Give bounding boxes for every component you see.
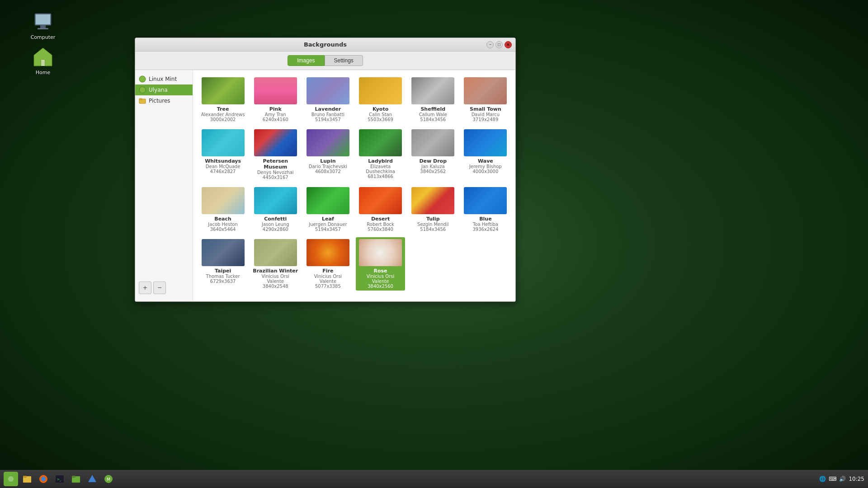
image-size-smalltown: 3719x2489	[472, 117, 498, 122]
image-size-ladybird: 6813x4866	[368, 174, 393, 179]
sidebar-item-linux-mint[interactable]: Linux Mint	[135, 74, 193, 84]
svg-text:>_: >_	[57, 478, 61, 481]
tab-images[interactable]: Images	[288, 55, 324, 66]
home-icon-label: Home	[36, 70, 50, 75]
image-thumb-beach	[202, 187, 245, 214]
svg-rect-3	[38, 28, 48, 29]
sidebar-item-ulyana[interactable]: Ulyana	[135, 84, 193, 95]
image-thumb-fire	[307, 239, 349, 266]
desktop-icon-home[interactable]: Home	[25, 44, 61, 77]
image-author-tree: Alexander Andrews	[201, 112, 245, 117]
taskbar-mint-menu[interactable]	[4, 472, 18, 486]
taskbar-terminal[interactable]: >_	[52, 472, 67, 486]
close-button[interactable]: ✕	[505, 41, 512, 48]
image-name-whitsundays: Whitsundays	[205, 158, 241, 164]
image-thumb-blue	[464, 187, 507, 214]
taskbar-files[interactable]	[20, 472, 34, 486]
image-name-wave: Wave	[478, 158, 493, 164]
svg-point-11	[8, 476, 14, 482]
tab-settings[interactable]: Settings	[325, 55, 363, 66]
image-author-blue: Toa Heftiba	[473, 222, 498, 227]
image-thumb-pink	[254, 77, 297, 104]
image-item-kyoto[interactable]: KyotoCalin Stan5503x3669	[356, 75, 405, 124]
home-icon	[32, 46, 54, 68]
taskbar-firefox[interactable]	[36, 472, 51, 486]
image-item-sheffield[interactable]: SheffieldCallum Wale5184x3456	[409, 75, 458, 124]
image-author-confetti: Jason Leung	[262, 222, 289, 227]
image-size-fire: 5077x3385	[315, 284, 341, 289]
image-name-confetti: Confetti	[264, 216, 287, 222]
image-author-beach: Jacob Heston	[208, 222, 237, 227]
image-author-desert: Robert Bock	[367, 222, 394, 227]
sidebar-item-pictures[interactable]: Pictures	[135, 95, 193, 106]
image-author-pink: Amy Tran	[265, 112, 286, 117]
taskbar-files2[interactable]	[69, 472, 83, 486]
image-size-rose: 3840x2560	[368, 284, 393, 289]
computer-icon-label: Computer	[31, 34, 56, 40]
image-item-tree[interactable]: TreeAlexander Andrews3000x2002	[198, 75, 247, 124]
image-size-sheffield: 5184x3456	[420, 117, 446, 122]
image-item-desert[interactable]: DesertRobert Bock5760x3840	[356, 185, 405, 234]
desktop: Computer Home Backgrounds － □ ✕ Images S…	[0, 0, 868, 488]
image-author-fire: Vinicius Orsi Valente	[305, 274, 350, 284]
image-item-pink[interactable]: PinkAmy Tran6240x4160	[251, 75, 300, 124]
image-item-lavender[interactable]: LavenderBruno Fanbatti5194x3457	[303, 75, 352, 124]
image-thumb-desert	[359, 187, 402, 214]
image-item-ladybird[interactable]: LadybirdElizaveta Dushechkina6813x4866	[356, 127, 405, 182]
image-item-leaf[interactable]: LeafJuergen Donauer5194x3457	[303, 185, 352, 234]
image-item-blue[interactable]: BlueToa Heftiba3936x2624	[461, 185, 510, 234]
image-item-lupin[interactable]: LupinDario Trajchevski4608x3072	[303, 127, 352, 182]
image-author-lavender: Bruno Fanbatti	[311, 112, 344, 117]
network-icon: 🌐	[819, 476, 826, 482]
image-item-tulip[interactable]: TulipSezgin Mendil5184x3456	[409, 185, 458, 234]
image-item-fire[interactable]: FireVinicius Orsi Valente5077x3385	[303, 237, 352, 291]
systray: 🌐 ⌨ 🔊 10:25	[819, 476, 864, 482]
image-thumb-tulip	[411, 187, 454, 214]
image-name-rose: Rose	[374, 268, 387, 274]
clock: 10:25	[849, 476, 864, 482]
svg-point-7	[139, 87, 146, 93]
image-item-taipei[interactable]: TaipeiThomas Tucker6729x3637	[198, 237, 247, 291]
image-item-confetti[interactable]: ConfettiJason Leung4290x2860	[251, 185, 300, 234]
image-name-pink: Pink	[269, 106, 282, 112]
image-author-taipei: Thomas Tucker	[206, 274, 240, 279]
image-name-dewdrop: Dew Drop	[419, 158, 447, 164]
remove-source-button[interactable]: −	[153, 282, 166, 294]
image-size-pink: 6240x4160	[263, 117, 288, 122]
image-name-ladybird: Ladybird	[368, 158, 392, 164]
image-item-brazilianwinter[interactable]: Brazilian WinterVinicius Orsi Valente384…	[251, 237, 300, 291]
image-size-taipei: 6729x3637	[210, 279, 236, 284]
pictures-folder-icon	[139, 97, 146, 104]
keyboard-icon: ⌨	[829, 476, 836, 482]
images-content[interactable]: TreeAlexander Andrews3000x2002PinkAmy Tr…	[193, 70, 515, 301]
desktop-icon-computer[interactable]: Computer	[25, 9, 61, 42]
image-thumb-rose	[359, 239, 402, 266]
maximize-button[interactable]: □	[495, 41, 503, 48]
image-author-leaf: Juergen Donauer	[309, 222, 347, 227]
image-item-beach[interactable]: BeachJacob Heston3640x5464	[198, 185, 247, 234]
svg-rect-9	[139, 99, 142, 100]
image-thumb-confetti	[254, 187, 297, 214]
window-title: Backgrounds	[304, 41, 347, 48]
taskbar-app1[interactable]	[85, 472, 99, 486]
computer-icon	[32, 11, 54, 33]
taskbar-app2[interactable]: M	[101, 472, 116, 486]
image-item-wave[interactable]: WaveJeremy Bishop4000x3000	[461, 127, 510, 182]
image-item-rose[interactable]: RoseVinicius Orsi Valente3840x2560	[356, 237, 405, 291]
image-item-dewdrop[interactable]: Dew DropJan Kaluza3840x2562	[409, 127, 458, 182]
linux-mint-icon	[139, 75, 146, 83]
image-author-ladybird: Elizaveta Dushechkina	[358, 164, 403, 174]
image-thumb-tree	[202, 77, 245, 104]
image-author-rose: Vinicius Orsi Valente	[358, 274, 403, 284]
image-size-leaf: 5194x3457	[315, 227, 341, 232]
image-size-petersen: 4450x3167	[263, 175, 288, 180]
image-item-petersen[interactable]: Petersen MuseumDenys Nevozhai4450x3167	[251, 127, 300, 182]
image-item-whitsundays[interactable]: WhitsundaysDean McQuade4746x2827	[198, 127, 247, 182]
minimize-button[interactable]: －	[486, 41, 494, 48]
svg-point-6	[139, 76, 146, 82]
image-item-smalltown[interactable]: Small TownDavid Marcu3719x2489	[461, 75, 510, 124]
ulyana-icon	[139, 86, 146, 94]
add-source-button[interactable]: +	[139, 282, 151, 294]
image-size-brazilianwinter: 3840x2548	[263, 284, 288, 289]
images-grid: TreeAlexander Andrews3000x2002PinkAmy Tr…	[198, 75, 510, 291]
